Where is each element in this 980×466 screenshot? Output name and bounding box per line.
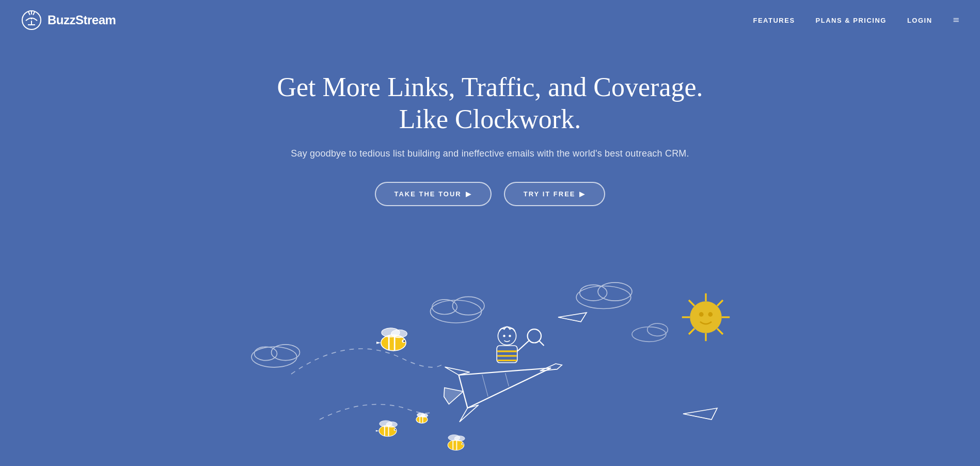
svg-point-47 [509, 335, 511, 337]
svg-point-13 [576, 286, 631, 308]
bee-1 [376, 328, 407, 351]
svg-point-17 [647, 323, 668, 336]
bee-path-1 [291, 349, 445, 374]
bee-3 [448, 434, 465, 450]
tour-button-label: TAKE THE TOUR [394, 190, 462, 198]
svg-line-52 [683, 414, 712, 420]
nav-login[interactable]: LOGIN [907, 17, 932, 24]
svg-point-6 [31, 18, 33, 20]
hero-headline: Get More Links, Traffic, and Coverage. L… [10, 71, 970, 136]
svg-point-29 [386, 422, 398, 427]
nav-features[interactable]: FEATURES [753, 17, 795, 24]
paper-plane-1 [558, 313, 587, 322]
cloud-top-center [431, 297, 485, 323]
cloud-left [251, 345, 300, 367]
svg-point-16 [632, 327, 666, 341]
svg-line-39 [482, 375, 488, 397]
svg-point-55 [708, 312, 713, 317]
person [497, 327, 544, 362]
svg-line-51 [558, 317, 581, 322]
svg-point-38 [463, 443, 464, 444]
illustration-svg [206, 243, 774, 454]
try-it-free-button[interactable]: TRY IT FREE ▶ [504, 182, 606, 206]
svg-point-53 [690, 301, 722, 333]
free-button-label: TRY IT FREE [524, 190, 576, 198]
svg-line-57 [717, 300, 723, 306]
logo[interactable]: BuzzStream [21, 9, 116, 31]
svg-line-63 [689, 300, 694, 306]
hero-buttons: TAKE THE TOUR ▶ TRY IT FREE ▶ [10, 182, 970, 206]
svg-point-32 [448, 440, 464, 450]
svg-line-50 [540, 341, 544, 346]
svg-line-40 [505, 373, 509, 386]
hero-illustration [10, 237, 970, 454]
svg-point-12 [432, 300, 457, 315]
bee-small [416, 413, 428, 423]
svg-point-24 [403, 340, 405, 341]
svg-point-68 [421, 414, 428, 417]
svg-point-54 [699, 312, 704, 317]
cloud-top-right [576, 283, 632, 309]
svg-line-2 [28, 12, 30, 15]
svg-point-36 [454, 436, 465, 441]
hero-section: Get More Links, Traffic, and Coverage. L… [0, 40, 980, 454]
paper-plane-2 [683, 408, 717, 420]
take-the-tour-button[interactable]: TAKE THE TOUR ▶ [375, 182, 492, 206]
nav-links: FEATURES PLANS & PRICING LOGIN ≡ [753, 13, 959, 27]
hamburger-icon[interactable]: ≡ [953, 13, 959, 27]
svg-point-8 [272, 345, 300, 361]
bee-path-2 [320, 404, 433, 419]
buzzstream-logo-icon [21, 9, 42, 31]
hero-subtext: Say goodbye to tedious list building and… [10, 148, 970, 159]
svg-line-59 [717, 329, 723, 334]
bee-2 [376, 421, 398, 437]
svg-line-3 [33, 12, 35, 15]
cloud-small-right [632, 323, 668, 341]
svg-point-15 [580, 285, 607, 301]
sun [682, 293, 730, 341]
svg-line-61 [689, 329, 694, 334]
svg-point-31 [394, 429, 396, 430]
nav-plans-pricing[interactable]: PLANS & PRICING [816, 17, 887, 24]
svg-point-9 [255, 347, 277, 360]
svg-point-46 [503, 335, 505, 337]
logo-text: BuzzStream [48, 13, 116, 27]
svg-point-49 [528, 329, 541, 343]
free-button-icon: ▶ [579, 190, 586, 198]
svg-line-48 [517, 340, 530, 351]
hero-headline-line1: Get More Links, Traffic, and Coverage. [277, 72, 703, 102]
svg-point-22 [391, 330, 407, 337]
hero-headline-line2: Like Clockwork. [399, 104, 581, 134]
navbar: BuzzStream FEATURES PLANS & PRICING LOGI… [0, 0, 980, 40]
tour-button-icon: ▶ [466, 190, 472, 198]
